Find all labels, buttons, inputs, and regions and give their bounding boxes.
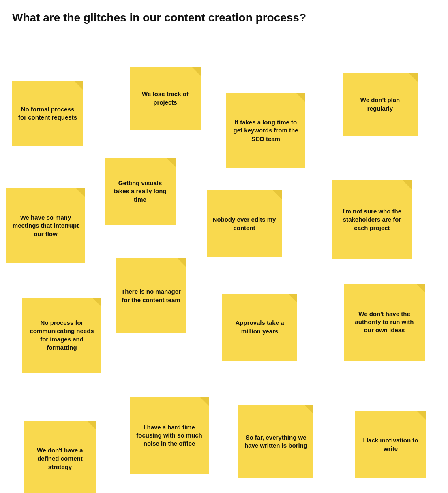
note-4: We don't plan regularly [343, 73, 418, 136]
note-3: It takes a long time to get keywords fro… [226, 93, 305, 168]
sticky-board: No formal process for content requestsWe… [0, 28, 448, 493]
note-6: We have so many meetings that interrupt … [6, 188, 85, 263]
note-5: Getting visuals takes a really long time [105, 158, 176, 225]
note-11: Approvals take a million years [222, 294, 297, 361]
note-8: I'm not sure who the stakeholders are fo… [332, 180, 412, 259]
note-13: I have a hard time focusing with so much… [130, 397, 209, 474]
note-9: There is no manager for the content team [116, 258, 186, 333]
note-16: I lack motivation to write [355, 411, 426, 478]
note-10: No process for communicating needs for i… [22, 298, 101, 373]
note-15: We don't have a defined content strategy [24, 421, 96, 493]
note-1: No formal process for content requests [12, 81, 83, 146]
note-2: We lose track of projects [130, 67, 201, 130]
note-7: Nobody ever edits my content [207, 190, 282, 257]
note-14: So far, everything we have written is bo… [238, 405, 313, 478]
note-12: We don't have the authority to run with … [344, 284, 425, 361]
page-title: What are the glitches in our content cre… [0, 0, 448, 28]
